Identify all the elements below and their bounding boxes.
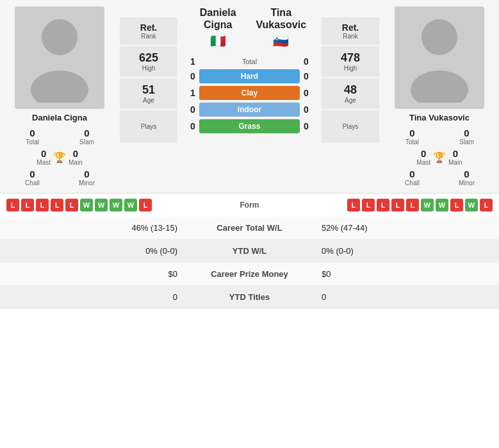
player2-form-badge: W xyxy=(421,199,434,212)
player2-rank-block: Ret. Rank xyxy=(322,17,379,45)
player1-form-badge: L xyxy=(65,199,78,212)
player1-minor-cell: 0 Minor xyxy=(63,169,111,187)
player1-form-badge: L xyxy=(139,199,152,212)
hard-p1-score: 0 xyxy=(186,71,199,81)
total-p2-score: 0 xyxy=(300,56,313,67)
player1-form-badge: L xyxy=(36,199,49,212)
player1-age-label: Age xyxy=(121,97,176,104)
total-p1-score: 1 xyxy=(186,56,199,67)
player2-rank-prefix: Ret. xyxy=(323,22,378,33)
player1-rank-label: Rank xyxy=(121,33,176,40)
player2-form: LLLLLWWLWL xyxy=(275,199,493,212)
player1-form-badge: W xyxy=(110,199,122,212)
player2-mast-cell: 0 Mast xyxy=(416,148,430,166)
grass-p1-score: 0 xyxy=(186,121,199,131)
clay-badge: Clay xyxy=(199,86,300,100)
player1-high-block: 625 High xyxy=(120,46,177,77)
player2-mast-label: Mast xyxy=(416,159,430,166)
stats-left-val: 0 xyxy=(0,286,184,309)
player2-main-cell: 0 Main xyxy=(448,148,462,166)
player1-stats: 0 Total 0 Slam xyxy=(5,128,114,145)
grass-row: 0 Grass 0 xyxy=(186,119,313,133)
player1-slam-value: 0 xyxy=(84,128,89,138)
player2-bottom-stats: 0 Chall 0 Minor xyxy=(385,169,494,187)
player2-trophy-icon: 🏆 xyxy=(433,151,446,163)
svg-point-0 xyxy=(42,19,78,55)
surface-column: Daniela Cigna 🇮🇹 Tina Vukasovic 🇸🇮 1 Tot… xyxy=(183,6,316,187)
player2-form-badge: W xyxy=(465,199,478,212)
player2-high-label: High xyxy=(323,65,378,72)
player1-trophy-row: 0 Mast 🏆 0 Main xyxy=(37,148,82,166)
stats-table: 46% (13-15) Career Total W/L 52% (47-44)… xyxy=(0,217,499,309)
stats-left-val: 0% (0-0) xyxy=(0,240,184,263)
player1-age-block: 51 Age xyxy=(120,78,177,109)
player1-minor-label: Minor xyxy=(79,179,95,187)
player1-form-badge: W xyxy=(80,199,93,212)
player1-trophy-icon: 🏆 xyxy=(53,151,66,163)
stats-center-label: YTD W/L xyxy=(184,240,315,263)
player2-minor-cell: 0 Minor xyxy=(443,169,491,187)
player2-minor-value: 0 xyxy=(464,169,469,179)
indoor-p2-score: 0 xyxy=(300,104,313,115)
stats-right-val: 0 xyxy=(315,286,499,309)
clay-p2-score: 0 xyxy=(300,88,313,98)
player2-card: Tina Vukasovic 0 Total 0 Slam 0 Mast 🏆 xyxy=(385,6,494,187)
player2-plays-label: Plays xyxy=(323,123,378,130)
clay-p1-score: 1 xyxy=(186,88,199,98)
player2-form-badge: L xyxy=(450,199,463,212)
player1-flag: 🇮🇹 xyxy=(186,33,250,49)
stats-left-val: 46% (13-15) xyxy=(0,217,184,240)
player1-total-value: 0 xyxy=(29,128,35,138)
player1-bottom-stats: 0 Chall 0 Minor xyxy=(5,169,114,187)
player2-rank-label: Rank xyxy=(323,33,378,40)
stats-row: 0% (0-0) YTD W/L 0% (0-0) xyxy=(0,240,499,263)
player1-rank-block: Ret. Rank xyxy=(120,17,177,45)
player1-slam-cell: 0 Slam xyxy=(63,128,111,145)
comparison-section: Daniela Cigna 0 Total 0 Slam 0 Mast 🏆 xyxy=(0,0,499,193)
player2-chall-value: 0 xyxy=(409,169,414,179)
player1-mast-cell: 0 Mast xyxy=(37,148,51,166)
player2-minor-label: Minor xyxy=(459,179,475,187)
player1-mast-label: Mast xyxy=(37,159,51,166)
player1-slam-label: Slam xyxy=(79,138,94,145)
player1-high-label: High xyxy=(121,65,176,72)
hard-row: 0 Hard 0 xyxy=(186,69,313,83)
player1-main-value: 0 xyxy=(73,148,78,159)
form-section: LLLLLWWWWL Form LLLLLWWLWL xyxy=(0,193,499,217)
stats-right-val: 0% (0-0) xyxy=(315,240,499,263)
player1-main-cell: 0 Main xyxy=(69,148,83,166)
player1-name: Daniela Cigna xyxy=(32,113,87,122)
player2-plays-block: Plays xyxy=(322,110,379,143)
grass-badge: Grass xyxy=(199,119,300,133)
player1-total-label: Total xyxy=(26,138,39,145)
svg-point-3 xyxy=(411,71,468,103)
player2-slam-label: Slam xyxy=(459,138,474,145)
player2-total-value: 0 xyxy=(409,128,414,138)
player1-form-badge: L xyxy=(21,199,34,212)
total-label: Total xyxy=(199,58,300,65)
player2-form-badge: L xyxy=(406,199,419,212)
player2-flag: 🇸🇮 xyxy=(250,33,313,49)
player1-form: LLLLLWWWWL xyxy=(6,199,224,212)
player1-main-label: Main xyxy=(69,159,83,166)
stats-right-val: $0 xyxy=(315,263,499,286)
player2-high-block: 478 High xyxy=(322,46,379,77)
main-container: Daniela Cigna 0 Total 0 Slam 0 Mast 🏆 xyxy=(0,0,499,309)
clay-row: 1 Clay 0 xyxy=(186,86,313,100)
hard-badge: Hard xyxy=(199,69,300,83)
player1-chall-label: Chall xyxy=(25,179,40,187)
stats-right-val: 52% (47-44) xyxy=(315,217,499,240)
player1-form-badge: W xyxy=(95,199,108,212)
player2-name: Tina Vukasovic xyxy=(409,113,470,122)
player1-high-value: 625 xyxy=(121,51,176,65)
player1-form-badge: L xyxy=(6,199,19,212)
player2-age-block: 48 Age xyxy=(322,78,379,109)
player2-form-badge: L xyxy=(391,199,404,212)
player1-total-cell: 0 Total xyxy=(8,128,56,145)
player1-minor-value: 0 xyxy=(84,169,89,179)
svg-point-2 xyxy=(421,19,457,55)
player2-stat-panel: Ret. Rank 478 High 48 Age Plays xyxy=(318,6,382,187)
player1-chall-cell: 0 Chall xyxy=(8,169,56,187)
player1-header: Daniela Cigna 🇮🇹 xyxy=(186,6,250,49)
player2-mast-value: 0 xyxy=(421,148,426,159)
